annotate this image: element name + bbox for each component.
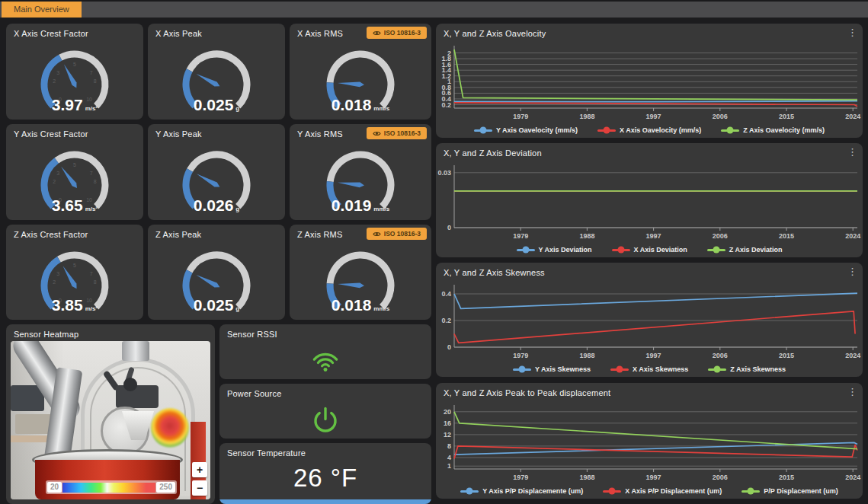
gauge-tick-label: 8: [94, 179, 97, 184]
roaster-motor: [116, 385, 159, 408]
chart-title: X, Y and Z Axis Deviation: [444, 148, 855, 158]
legend-marker: [513, 368, 531, 371]
gauge-needle: [195, 171, 221, 189]
legend-item: P/P Displacement (um): [741, 487, 838, 495]
x-tick-label: 1979: [513, 232, 528, 240]
legend-marker: [460, 490, 479, 493]
gauge-tick-label: 3: [56, 271, 59, 276]
widget-header: Z Axis Peak: [148, 225, 285, 243]
x-tick-label: 2015: [779, 232, 794, 240]
gauge-body: 0.018mm/s: [290, 243, 431, 320]
chart-card-deviation: 00.03197919881997200620152024X, Y and Z …: [436, 143, 863, 257]
chart-menu-button[interactable]: ⋮: [847, 266, 857, 277]
gauge-tick-label: 8: [94, 279, 97, 285]
legend-item: Y Axis Deviation: [517, 246, 592, 254]
tab-main-overview[interactable]: Main Overview: [2, 2, 82, 18]
gauge-needle: [61, 265, 79, 290]
roaster-motor-knob: [123, 378, 137, 391]
x-tick-label: 2024: [845, 474, 860, 481]
gauge-value: 0.019mm/s: [290, 196, 431, 215]
legend-item: Y Axis Skewness: [513, 365, 591, 373]
legend-item: X Axis Oavelocity (mm/s): [597, 126, 701, 134]
widget-header: Y Axis RMSISO 10816-3: [290, 124, 431, 142]
y-tick-label: 0.4: [441, 290, 451, 298]
legend-item: Z Axis Skewness: [708, 365, 786, 373]
gauge-body: 0.018mm/s: [290, 42, 431, 120]
gauge-card-z-axis-peak: Z Axis Peak0.025g: [148, 225, 285, 320]
legend-dot: [466, 488, 473, 495]
legend-label: P/P Displacement (um): [764, 487, 838, 495]
legend-dot: [727, 127, 734, 134]
legend-marker: [612, 249, 630, 251]
iso-badge-label: ISO 10816-3: [384, 29, 421, 37]
widget-title: Y Axis Crest Factor: [14, 129, 136, 139]
widget-header: X, Y and Z Axis Peak to Peak displacemen…: [436, 383, 863, 401]
zoom-out-button[interactable]: −: [192, 480, 207, 496]
y-tick-label: 0: [447, 343, 451, 351]
widget-header: Z Axis Crest Factor: [6, 225, 143, 243]
widget-header: Y Axis Peak: [148, 124, 285, 142]
chart-legend: Y Axis DeviationX Axis DeviationZ Axis D…: [436, 246, 863, 254]
y-tick-label: 12: [444, 431, 451, 439]
legend-label: Z Axis Skewness: [730, 365, 786, 373]
legend-label: Y Axis Oavelocity (mm/s): [496, 126, 578, 134]
series-line-blue: [454, 101, 857, 102]
x-tick-label: 1997: [646, 352, 661, 359]
heatmap-card: Sensor Heatmap 20 250: [6, 324, 215, 504]
legend-item: Z Axis Deviation: [707, 246, 783, 254]
x-tick-label: 2006: [713, 113, 728, 120]
gauge-tick-label: 7: [90, 171, 93, 176]
zoom-in-button[interactable]: +: [192, 462, 207, 477]
gauge-value: 3.97m/s²: [6, 96, 143, 114]
chart-menu-button[interactable]: ⋮: [847, 387, 857, 397]
power-source-card: Power Source: [219, 384, 431, 439]
gauge-value: 3.65m/s²: [6, 196, 143, 215]
gauge-value-number: 0.025: [194, 296, 234, 314]
gauge-tick-label: 8: [94, 78, 97, 84]
gauge-body: 0.019mm/s: [290, 142, 431, 220]
scale-min-label: 20: [47, 482, 62, 493]
gauge-tick-label: 2: [53, 279, 56, 285]
y-tick-label: 8: [447, 442, 451, 450]
gauge-body: 0.026g: [148, 142, 285, 220]
series-line-blue: [454, 293, 857, 308]
legend-item: X Axis P/P Displacement (um): [603, 487, 722, 495]
scale-max-label: 250: [156, 482, 175, 493]
gauge-card-y-axis-rms: Y Axis RMSISO 10816-30.019mm/s: [290, 124, 431, 220]
legend-label: Y Axis P/P Displacemente (um): [482, 487, 583, 495]
x-tick-label: 1997: [646, 474, 661, 481]
wifi-icon: [308, 346, 343, 374]
gauge-value-number: 3.85: [52, 296, 83, 314]
iso-badge-label: ISO 10816-3: [384, 230, 421, 238]
legend-item: X Axis Skewness: [610, 365, 688, 373]
x-tick-label: 1988: [579, 352, 594, 359]
gauge-tick-label: 7: [90, 70, 93, 75]
gauge-card-z-axis-crest-factor: Z Axis Crest Factor023578103.85m/s²: [6, 225, 143, 320]
gauge-tick-label: 3: [56, 171, 59, 176]
gauge-value-number: 0.026: [194, 196, 234, 214]
legend-marker: [603, 490, 621, 493]
chart-menu-button[interactable]: ⋮: [847, 27, 857, 38]
x-tick-label: 1997: [646, 113, 661, 120]
gauge-value-unit: mm/s: [373, 105, 389, 112]
gauge-value-unit: m/s²: [85, 206, 98, 212]
legend-label: X Axis P/P Displacement (um): [625, 487, 722, 495]
gauge-value-unit: m/s²: [85, 305, 98, 312]
heatmap-color-scale: 20 250: [46, 480, 177, 494]
heatmap-zoom-controls: + −: [192, 462, 207, 496]
widget-title: Sensor Heatmap: [14, 330, 207, 339]
y-tick-label: 16: [444, 419, 451, 427]
chart-legend: Y Axis Oavelocity (mm/s)X Axis Oavelocit…: [436, 126, 863, 134]
gauge-value-number: 0.018: [332, 296, 372, 314]
legend-dot: [519, 366, 526, 373]
legend-item: Y Axis P/P Displacemente (um): [460, 487, 583, 495]
gauge-value: 0.025g: [148, 96, 285, 114]
chart-menu-button[interactable]: ⋮: [847, 147, 857, 158]
legend-item: Z Axis Oavelocity (mm/s): [721, 126, 825, 134]
y-tick-label: 20: [444, 408, 451, 416]
series-line-red: [454, 311, 855, 343]
x-tick-label: 1988: [579, 474, 594, 481]
widget-header: X, Y and Z Axis Skewness⋮: [436, 263, 863, 281]
gauge-tick-label: 5: [73, 162, 76, 167]
x-tick-label: 2024: [845, 113, 860, 120]
